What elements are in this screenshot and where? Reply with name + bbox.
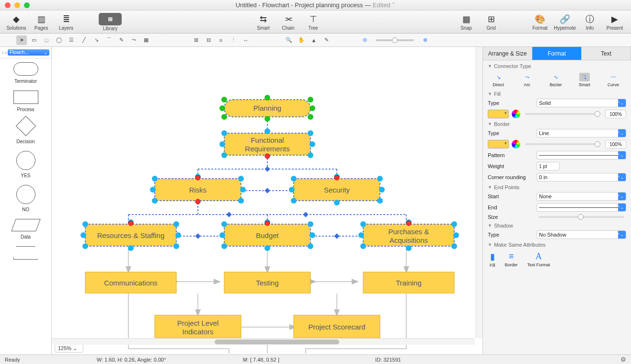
border-weight-stepper[interactable]: 1 pt xyxy=(537,162,560,171)
flip-tool[interactable]: ↔ xyxy=(241,35,251,45)
svg-text:Purchases &: Purchases & xyxy=(388,228,429,236)
tree-connector-button[interactable]: ⊤Tree xyxy=(301,11,326,33)
stencil-forward-button[interactable]: › xyxy=(5,49,7,56)
titlebar: Untitled - Flowchart - Project planning … xyxy=(0,0,631,11)
stencil-dropdown[interactable]: Flowch...⌄ xyxy=(8,49,49,56)
zoom-select[interactable]: 125% ⌄ xyxy=(55,344,83,353)
arrow-tool[interactable]: ↘ xyxy=(91,35,102,45)
svg-point-93 xyxy=(358,232,364,238)
shape-data[interactable]: Data xyxy=(0,219,51,239)
shadow-type-select[interactable]: No Shadow⌃⌄ xyxy=(537,230,626,239)
svg-point-50 xyxy=(195,175,200,180)
grid-button[interactable]: ⊞Grid xyxy=(479,11,504,33)
tab-arrange-size[interactable]: Arrange & Size xyxy=(483,47,532,60)
smart-connector-button[interactable]: ⇆Smart xyxy=(251,11,276,33)
endpoint-start-select[interactable]: None⌃⌄ xyxy=(537,192,626,201)
border-opacity-slider[interactable] xyxy=(525,143,600,145)
svg-point-31 xyxy=(308,114,313,120)
library-button[interactable]: ▦Library xyxy=(98,11,123,33)
fill-opacity-value[interactable]: 100% xyxy=(605,110,626,118)
svg-point-40 xyxy=(308,152,313,158)
stencil-back-button[interactable]: ‹ xyxy=(2,49,4,56)
connector-tool[interactable]: ⤳ xyxy=(128,35,139,45)
canvas[interactable]: Planning Functional Requirements Risks S… xyxy=(52,47,482,354)
status-gear-icon[interactable]: ⚙ xyxy=(620,356,626,363)
fill-opacity-slider[interactable] xyxy=(525,113,600,115)
border-type-select[interactable]: Line⌃⌄ xyxy=(537,129,626,137)
snap-button[interactable]: ▦Snap xyxy=(454,11,479,33)
ellipse-tool[interactable]: ◯ xyxy=(54,35,64,45)
fill-color-well[interactable] xyxy=(488,110,509,118)
zoom-in-button[interactable]: ⊕ xyxy=(420,35,430,45)
pages-button[interactable]: ▥Pages xyxy=(29,11,54,33)
zoom-out-button[interactable]: ⊖ xyxy=(359,35,370,45)
select-tool[interactable]: ➤ xyxy=(16,35,27,45)
pan-tool[interactable]: ✋ xyxy=(296,35,307,45)
svg-point-24 xyxy=(221,97,227,102)
svg-text:Requirements: Requirements xyxy=(245,145,289,153)
shape-yes[interactable]: YES xyxy=(0,151,51,178)
zoom-window-button[interactable] xyxy=(24,2,30,8)
svg-point-51 xyxy=(195,199,200,204)
svg-point-30 xyxy=(264,116,270,122)
svg-point-55 xyxy=(377,176,383,182)
eyedropper-tool[interactable]: ✎ xyxy=(321,35,332,45)
fill-type-select[interactable]: Solid⌃⌄ xyxy=(537,99,626,107)
solutions-button[interactable]: ◆Solutions xyxy=(4,11,29,33)
svg-point-73 xyxy=(175,232,181,238)
minimize-window-button[interactable] xyxy=(14,2,20,8)
shape-trapezoid[interactable] xyxy=(0,246,51,260)
endpoint-end-select[interactable]: ▶⌃⌄ xyxy=(537,203,626,212)
text-tool[interactable]: ☰ xyxy=(66,35,77,45)
svg-point-76 xyxy=(173,243,179,249)
tab-format[interactable]: Format xyxy=(532,47,582,60)
connector-arc[interactable]: ⤳Arc xyxy=(518,73,536,87)
pen-tool[interactable]: ✎ xyxy=(116,35,126,45)
fill-color-wheel[interactable] xyxy=(512,110,520,118)
inspector-panel: Arrange & Size Format Text ▼Connector Ty… xyxy=(482,47,631,354)
make-same-border[interactable]: ≡Border xyxy=(505,251,518,268)
marquee-tool[interactable]: ▭ xyxy=(29,35,39,45)
shape-no[interactable]: NO xyxy=(0,185,51,212)
stamp-tool[interactable]: ▲ xyxy=(309,35,319,45)
svg-rect-65 xyxy=(264,188,270,193)
hypernote-button[interactable]: 🔗Hypernote xyxy=(552,11,577,33)
tab-text[interactable]: Text xyxy=(582,47,631,60)
rect-tool[interactable]: □ xyxy=(41,35,52,45)
zoom-tool[interactable]: 🔍 xyxy=(284,35,294,45)
ungroup-tool[interactable]: ⊟ xyxy=(203,35,214,45)
svg-point-69 xyxy=(82,221,88,227)
chain-connector-button[interactable]: ⫘Chain xyxy=(276,11,301,33)
line-tool[interactable]: ╱ xyxy=(79,35,89,45)
corner-rounding-select[interactable]: 0 in⌃⌄ xyxy=(537,173,626,182)
close-window-button[interactable] xyxy=(5,2,11,8)
connector-direct[interactable]: ↘Direct xyxy=(490,73,507,87)
layers-button[interactable]: ≣Layers xyxy=(54,11,79,33)
endpoint-size-slider[interactable] xyxy=(539,216,624,218)
border-color-wheel[interactable] xyxy=(512,140,520,148)
svg-point-49 xyxy=(238,198,244,204)
border-pattern-select[interactable]: ⌃⌄ xyxy=(537,151,626,159)
present-button[interactable]: ▶Present xyxy=(602,11,627,33)
border-color-well[interactable] xyxy=(488,140,509,148)
shape-decision[interactable]: Decision xyxy=(0,119,51,144)
connector-curve[interactable]: 〰Curve xyxy=(605,73,622,87)
status-dims: W: 1.60, H: 0.26, Angle: 0.00° xyxy=(97,357,166,363)
shape-terminator[interactable]: Terminator xyxy=(0,62,51,84)
zoom-slider[interactable] xyxy=(376,39,414,41)
distribute-tool[interactable]: ⋮ xyxy=(228,35,239,45)
connector-bezier[interactable]: ∿Bezier xyxy=(547,73,564,87)
table-tool[interactable]: ▦ xyxy=(141,35,151,45)
arc-tool[interactable]: ⌒ xyxy=(103,35,114,45)
align-tool[interactable]: ≡ xyxy=(216,35,226,45)
format-panel-button[interactable]: 🎨Format xyxy=(528,11,552,33)
make-same-text[interactable]: AText Format xyxy=(528,251,551,268)
v-scrollbar[interactable] xyxy=(476,47,482,338)
shape-process[interactable]: Process xyxy=(0,91,51,112)
group-tool[interactable]: ⊞ xyxy=(191,35,201,45)
h-scrollbar[interactable] xyxy=(52,338,475,345)
connector-smart[interactable]: ⮧Smart xyxy=(576,73,593,87)
border-opacity-value[interactable]: 100% xyxy=(605,140,626,148)
info-button[interactable]: ⓘInfo xyxy=(577,11,602,33)
make-same-fill[interactable]: ▮Fill xyxy=(490,251,495,268)
